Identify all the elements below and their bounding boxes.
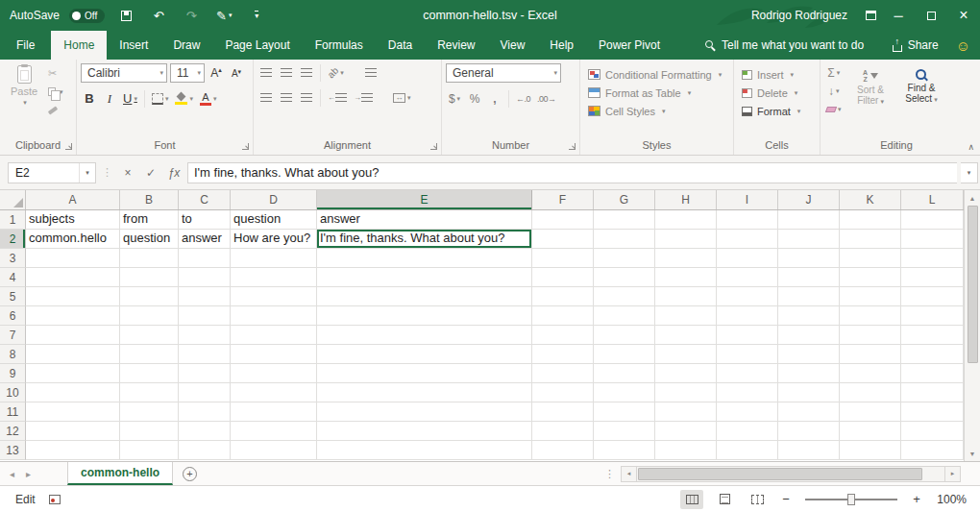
tab-home[interactable]: Home [51,31,107,60]
cell-a3[interactable] [26,249,120,268]
cell-d1[interactable]: question [231,210,317,230]
scroll-up-button[interactable]: ▲ [965,190,980,206]
tab-page-layout[interactable]: Page Layout [212,31,302,60]
cell-h3[interactable] [655,249,717,268]
feedback-smiley-icon[interactable]: ☺ [956,37,970,54]
cell-g2[interactable] [594,230,655,249]
zoom-level[interactable]: 100% [934,493,967,506]
page-layout-view-button[interactable] [713,490,736,509]
cell-g5[interactable] [594,287,655,306]
cell-d7[interactable] [231,326,317,345]
font-size-combo[interactable]: 11▾ [170,63,205,83]
top-align-button[interactable] [257,63,275,82]
format-painter-button[interactable] [48,103,63,117]
cell-g12[interactable] [594,422,655,441]
cell-j5[interactable] [778,287,840,306]
cell-a5[interactable] [26,287,120,306]
cell-d4[interactable] [231,268,317,287]
cell-g8[interactable] [594,345,655,364]
cell-f10[interactable] [532,383,594,402]
cell-e6[interactable] [317,306,532,326]
zoom-in-button[interactable]: + [909,492,924,506]
cell-h4[interactable] [655,268,717,287]
select-all-button[interactable] [0,190,26,209]
cell-g6[interactable] [594,306,655,326]
cell-k7[interactable] [840,326,901,345]
name-box-dropdown-icon[interactable]: ▾ [79,163,95,183]
cell-k8[interactable] [840,345,901,364]
cell-k12[interactable] [840,422,901,441]
align-right-button[interactable] [298,88,315,107]
new-sheet-button[interactable]: + [183,467,197,481]
cell-g10[interactable] [594,383,655,402]
cell-i2[interactable] [717,230,778,249]
decrease-indent-button[interactable]: ← [326,88,349,107]
align-center-button[interactable] [278,88,295,107]
find-select-button[interactable]: Find & Select▾ [898,64,945,138]
cell-h1[interactable] [655,210,717,230]
cell-i13[interactable] [717,441,778,460]
cell-b5[interactable] [120,287,179,306]
page-break-view-button[interactable] [746,490,769,509]
row-header-1[interactable]: 1 [0,210,26,230]
cell-f5[interactable] [532,287,594,306]
cell-c7[interactable] [179,326,231,345]
share-button[interactable]: Share [893,38,939,52]
cell-j1[interactable] [778,210,840,230]
cell-g3[interactable] [594,249,655,268]
orientation-button[interactable]: ab▾ [326,63,346,82]
cell-c6[interactable] [179,306,231,326]
formula-bar-handle[interactable]: ⋮ [100,166,114,179]
undo-button[interactable]: ↶ [147,4,170,27]
row-header-11[interactable]: 11 [0,402,26,422]
cell-c12[interactable] [179,422,231,441]
cell-a9[interactable] [26,364,120,383]
cell-a1[interactable]: subjects [26,210,120,230]
cell-j6[interactable] [778,306,840,326]
cell-j4[interactable] [778,268,840,287]
grow-font-button[interactable]: A▴ [208,64,225,83]
cell-b3[interactable] [120,249,179,268]
scroll-down-button[interactable]: ▼ [965,446,980,461]
tab-review[interactable]: Review [425,31,487,60]
cell-k11[interactable] [840,402,901,422]
currency-format-button[interactable]: $▾ [446,89,463,108]
name-box[interactable]: E2 ▾ [8,162,96,183]
collapse-ribbon-button[interactable]: ∧ [968,142,974,152]
cell-a2[interactable]: common.hello [26,230,120,249]
cell-a8[interactable] [26,345,120,364]
previous-sheet-button[interactable]: ◂ [10,469,14,479]
cell-f6[interactable] [532,306,594,326]
vertical-scrollbar[interactable]: ▲ ▼ [964,190,980,461]
row-header-4[interactable]: 4 [0,268,26,287]
cell-d8[interactable] [231,345,317,364]
cell-b8[interactable] [120,345,179,364]
cell-b10[interactable] [120,383,179,402]
increase-decimal-button[interactable]: ←.0 [514,89,532,108]
scroll-left-button[interactable]: ◂ [621,466,637,482]
clear-button[interactable]: ▾ [824,101,844,118]
cell-f4[interactable] [532,268,594,287]
alignment-dialog-launcher[interactable] [430,143,437,150]
cell-b9[interactable] [120,364,179,383]
zoom-out-button[interactable]: − [778,492,794,506]
cell-i3[interactable] [717,249,778,268]
column-header-f[interactable]: F [532,190,594,209]
cell-g4[interactable] [594,268,655,287]
cell-j2[interactable] [778,230,840,249]
column-header-i[interactable]: I [717,190,778,209]
cell-k4[interactable] [840,268,901,287]
paste-button[interactable]: Paste ▾ [4,63,44,138]
redo-button[interactable]: ↷ [180,4,203,27]
cell-l13[interactable] [901,441,964,460]
cell-k1[interactable] [840,210,901,230]
cell-i12[interactable] [717,422,778,441]
increase-indent-button[interactable]: → [352,88,375,107]
autosave-toggle[interactable]: Off [69,9,105,23]
fill-button[interactable]: ↓▾ [824,83,844,100]
underline-button[interactable]: U▾ [121,89,139,108]
cell-l3[interactable] [901,249,964,268]
cell-j8[interactable] [778,345,840,364]
cell-c8[interactable] [179,345,231,364]
cell-h8[interactable] [655,345,717,364]
